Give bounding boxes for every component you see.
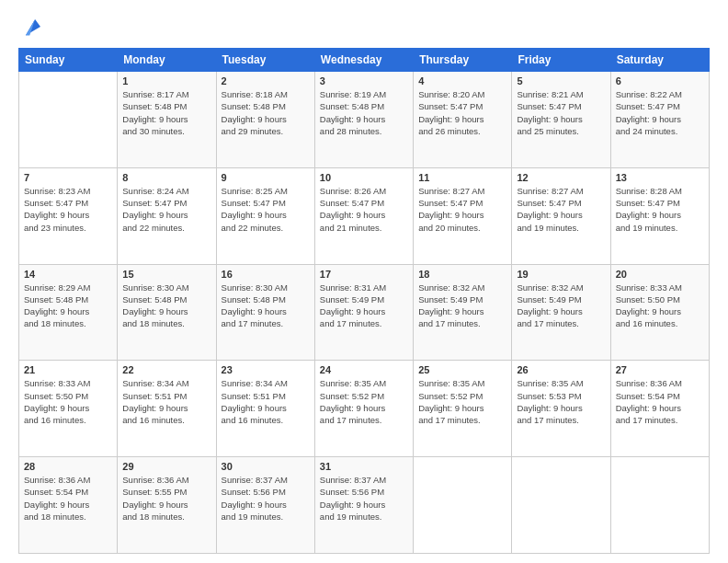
day-info: Sunrise: 8:17 AM Sunset: 5:48 PM Dayligh… (122, 88, 210, 137)
calendar-cell: 6Sunrise: 8:22 AM Sunset: 5:47 PM Daylig… (610, 72, 709, 168)
day-info: Sunrise: 8:34 AM Sunset: 5:51 PM Dayligh… (222, 377, 310, 426)
weekday-header-sunday: Sunday (19, 49, 118, 72)
day-number: 18 (418, 269, 506, 280)
calendar-cell (19, 72, 118, 168)
day-number: 27 (616, 364, 704, 375)
calendar-cell: 12Sunrise: 8:27 AM Sunset: 5:47 PM Dayli… (512, 167, 610, 264)
day-info: Sunrise: 8:35 AM Sunset: 5:52 PM Dayligh… (320, 377, 408, 426)
header (18, 17, 710, 39)
calendar-cell: 25Sunrise: 8:35 AM Sunset: 5:52 PM Dayli… (414, 361, 512, 457)
calendar-cell: 28Sunrise: 8:36 AM Sunset: 5:54 PM Dayli… (19, 457, 118, 554)
day-number: 13 (616, 172, 704, 183)
day-info: Sunrise: 8:36 AM Sunset: 5:54 PM Dayligh… (616, 377, 704, 426)
day-info: Sunrise: 8:36 AM Sunset: 5:55 PM Dayligh… (122, 474, 210, 523)
weekday-header-wednesday: Wednesday (314, 49, 413, 72)
calendar-cell: 3Sunrise: 8:19 AM Sunset: 5:48 PM Daylig… (314, 72, 413, 168)
logo-icon (20, 17, 40, 37)
day-number: 25 (418, 364, 506, 375)
day-info: Sunrise: 8:23 AM Sunset: 5:47 PM Dayligh… (24, 185, 112, 234)
calendar-cell (414, 457, 512, 554)
day-number: 16 (222, 269, 310, 280)
week-row-1: 7Sunrise: 8:23 AM Sunset: 5:47 PM Daylig… (19, 167, 710, 264)
calendar-cell: 13Sunrise: 8:28 AM Sunset: 5:47 PM Dayli… (610, 167, 709, 264)
day-number: 1 (122, 75, 210, 86)
day-info: Sunrise: 8:35 AM Sunset: 5:53 PM Dayligh… (517, 377, 605, 426)
day-info: Sunrise: 8:25 AM Sunset: 5:47 PM Dayligh… (222, 185, 310, 234)
calendar-cell: 17Sunrise: 8:31 AM Sunset: 5:49 PM Dayli… (314, 264, 413, 361)
day-info: Sunrise: 8:27 AM Sunset: 5:47 PM Dayligh… (418, 185, 506, 234)
calendar-cell: 14Sunrise: 8:29 AM Sunset: 5:48 PM Dayli… (19, 264, 118, 361)
calendar-table: SundayMondayTuesdayWednesdayThursdayFrid… (18, 48, 710, 554)
day-number: 26 (517, 364, 605, 375)
weekday-header-tuesday: Tuesday (216, 49, 314, 72)
day-number: 24 (320, 364, 408, 375)
day-number: 19 (517, 269, 605, 280)
calendar-cell: 18Sunrise: 8:32 AM Sunset: 5:49 PM Dayli… (414, 264, 512, 361)
day-info: Sunrise: 8:28 AM Sunset: 5:47 PM Dayligh… (616, 185, 704, 234)
day-info: Sunrise: 8:20 AM Sunset: 5:47 PM Dayligh… (418, 88, 506, 137)
day-info: Sunrise: 8:18 AM Sunset: 5:48 PM Dayligh… (222, 88, 310, 137)
day-number: 15 (122, 269, 210, 280)
calendar-cell: 5Sunrise: 8:21 AM Sunset: 5:47 PM Daylig… (512, 72, 610, 168)
calendar-cell: 26Sunrise: 8:35 AM Sunset: 5:53 PM Dayli… (512, 361, 610, 457)
day-info: Sunrise: 8:32 AM Sunset: 5:49 PM Dayligh… (418, 282, 506, 330)
day-number: 14 (24, 269, 112, 280)
day-info: Sunrise: 8:31 AM Sunset: 5:49 PM Dayligh… (320, 282, 408, 330)
day-number: 22 (122, 364, 210, 375)
calendar-cell (610, 457, 709, 554)
weekday-header-thursday: Thursday (414, 49, 512, 72)
day-number: 8 (122, 172, 210, 183)
day-info: Sunrise: 8:33 AM Sunset: 5:50 PM Dayligh… (616, 282, 704, 330)
weekday-header-row: SundayMondayTuesdayWednesdayThursdayFrid… (19, 49, 710, 72)
day-info: Sunrise: 8:24 AM Sunset: 5:47 PM Dayligh… (122, 185, 210, 234)
day-number: 20 (616, 269, 704, 280)
day-number: 2 (222, 75, 310, 86)
calendar-cell: 15Sunrise: 8:30 AM Sunset: 5:48 PM Dayli… (118, 264, 216, 361)
day-info: Sunrise: 8:26 AM Sunset: 5:47 PM Dayligh… (320, 185, 408, 234)
day-number: 21 (24, 364, 112, 375)
calendar-cell (512, 457, 610, 554)
calendar-cell: 2Sunrise: 8:18 AM Sunset: 5:48 PM Daylig… (216, 72, 314, 168)
day-info: Sunrise: 8:30 AM Sunset: 5:48 PM Dayligh… (222, 282, 310, 330)
day-info: Sunrise: 8:37 AM Sunset: 5:56 PM Dayligh… (222, 474, 310, 523)
day-info: Sunrise: 8:36 AM Sunset: 5:54 PM Dayligh… (24, 474, 112, 523)
day-info: Sunrise: 8:21 AM Sunset: 5:47 PM Dayligh… (517, 88, 605, 137)
calendar-cell: 31Sunrise: 8:37 AM Sunset: 5:56 PM Dayli… (314, 457, 413, 554)
day-info: Sunrise: 8:34 AM Sunset: 5:51 PM Dayligh… (122, 377, 210, 426)
day-number: 10 (320, 172, 408, 183)
calendar-cell: 23Sunrise: 8:34 AM Sunset: 5:51 PM Dayli… (216, 361, 314, 457)
logo (18, 17, 40, 39)
weekday-header-saturday: Saturday (610, 49, 709, 72)
day-info: Sunrise: 8:29 AM Sunset: 5:48 PM Dayligh… (24, 282, 112, 330)
calendar-cell: 20Sunrise: 8:33 AM Sunset: 5:50 PM Dayli… (610, 264, 709, 361)
calendar-cell: 19Sunrise: 8:32 AM Sunset: 5:49 PM Dayli… (512, 264, 610, 361)
calendar-cell: 7Sunrise: 8:23 AM Sunset: 5:47 PM Daylig… (19, 167, 118, 264)
page: SundayMondayTuesdayWednesdayThursdayFrid… (0, 0, 728, 563)
calendar-cell: 29Sunrise: 8:36 AM Sunset: 5:55 PM Dayli… (118, 457, 216, 554)
calendar-cell: 1Sunrise: 8:17 AM Sunset: 5:48 PM Daylig… (118, 72, 216, 168)
day-info: Sunrise: 8:32 AM Sunset: 5:49 PM Dayligh… (517, 282, 605, 330)
day-info: Sunrise: 8:37 AM Sunset: 5:56 PM Dayligh… (320, 474, 408, 523)
calendar-cell: 30Sunrise: 8:37 AM Sunset: 5:56 PM Dayli… (216, 457, 314, 554)
calendar-cell: 9Sunrise: 8:25 AM Sunset: 5:47 PM Daylig… (216, 167, 314, 264)
day-number: 6 (616, 75, 704, 86)
day-info: Sunrise: 8:22 AM Sunset: 5:47 PM Dayligh… (616, 88, 704, 137)
week-row-3: 21Sunrise: 8:33 AM Sunset: 5:50 PM Dayli… (19, 361, 710, 457)
day-number: 30 (222, 461, 310, 472)
day-number: 5 (517, 75, 605, 86)
day-number: 12 (517, 172, 605, 183)
day-number: 23 (222, 364, 310, 375)
week-row-0: 1Sunrise: 8:17 AM Sunset: 5:48 PM Daylig… (19, 72, 710, 168)
day-number: 3 (320, 75, 408, 86)
day-number: 9 (222, 172, 310, 183)
day-info: Sunrise: 8:35 AM Sunset: 5:52 PM Dayligh… (418, 377, 506, 426)
calendar-cell: 27Sunrise: 8:36 AM Sunset: 5:54 PM Dayli… (610, 361, 709, 457)
calendar-cell: 4Sunrise: 8:20 AM Sunset: 5:47 PM Daylig… (414, 72, 512, 168)
day-number: 17 (320, 269, 408, 280)
day-number: 31 (320, 461, 408, 472)
day-info: Sunrise: 8:27 AM Sunset: 5:47 PM Dayligh… (517, 185, 605, 234)
weekday-header-friday: Friday (512, 49, 610, 72)
calendar-cell: 24Sunrise: 8:35 AM Sunset: 5:52 PM Dayli… (314, 361, 413, 457)
calendar-cell: 22Sunrise: 8:34 AM Sunset: 5:51 PM Dayli… (118, 361, 216, 457)
weekday-header-monday: Monday (118, 49, 216, 72)
